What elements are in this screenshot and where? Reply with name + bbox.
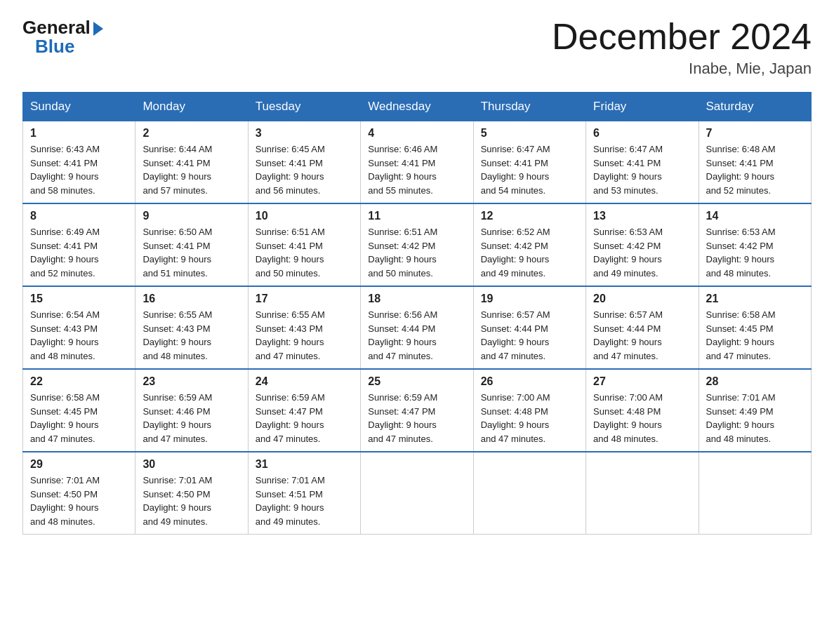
calendar-cell: 7 Sunrise: 6:48 AM Sunset: 4:41 PM Dayli…: [699, 121, 811, 204]
day-number: 21: [706, 293, 804, 305]
day-number: 18: [368, 293, 465, 305]
day-info: Sunrise: 6:58 AM Sunset: 4:45 PM Dayligh…: [706, 308, 804, 363]
calendar-cell: [361, 452, 473, 535]
day-info: Sunrise: 6:43 AM Sunset: 4:41 PM Dayligh…: [30, 142, 128, 197]
weekday-header-wednesday: Wednesday: [361, 93, 473, 121]
day-info: Sunrise: 6:53 AM Sunset: 4:42 PM Dayligh…: [706, 225, 804, 280]
calendar-cell: 5 Sunrise: 6:47 AM Sunset: 4:41 PM Dayli…: [473, 121, 585, 204]
calendar-cell: 25 Sunrise: 6:59 AM Sunset: 4:47 PM Dayl…: [361, 369, 473, 452]
day-info: Sunrise: 6:56 AM Sunset: 4:44 PM Dayligh…: [368, 308, 465, 363]
calendar-cell: 9 Sunrise: 6:50 AM Sunset: 4:41 PM Dayli…: [135, 203, 248, 286]
day-number: 2: [143, 127, 240, 140]
calendar-cell: 8 Sunrise: 6:49 AM Sunset: 4:41 PM Dayli…: [23, 203, 135, 286]
location-text: Inabe, Mie, Japan: [552, 60, 812, 78]
calendar-cell: 13 Sunrise: 6:53 AM Sunset: 4:42 PM Dayl…: [586, 203, 699, 286]
calendar-cell: 22 Sunrise: 6:58 AM Sunset: 4:45 PM Dayl…: [23, 369, 135, 452]
day-number: 3: [256, 127, 353, 140]
day-info: Sunrise: 6:55 AM Sunset: 4:43 PM Dayligh…: [256, 308, 353, 363]
weekday-header-friday: Friday: [586, 93, 699, 121]
title-section: December 2024 Inabe, Mie, Japan: [552, 17, 812, 78]
day-info: Sunrise: 6:51 AM Sunset: 4:41 PM Dayligh…: [256, 225, 353, 280]
calendar-cell: 20 Sunrise: 6:57 AM Sunset: 4:44 PM Dayl…: [586, 286, 699, 369]
day-info: Sunrise: 6:44 AM Sunset: 4:41 PM Dayligh…: [143, 142, 240, 197]
calendar-cell: 14 Sunrise: 6:53 AM Sunset: 4:42 PM Dayl…: [699, 203, 811, 286]
day-number: 17: [256, 293, 353, 305]
logo-arrow-icon: [93, 22, 103, 36]
calendar-cell: 18 Sunrise: 6:56 AM Sunset: 4:44 PM Dayl…: [361, 286, 473, 369]
day-info: Sunrise: 6:59 AM Sunset: 4:46 PM Dayligh…: [143, 391, 240, 445]
day-number: 10: [256, 210, 353, 222]
calendar-cell: [473, 452, 585, 535]
day-number: 13: [593, 210, 691, 222]
week-row-5: 29 Sunrise: 7:01 AM Sunset: 4:50 PM Dayl…: [23, 452, 812, 535]
day-number: 11: [368, 210, 465, 222]
day-info: Sunrise: 6:59 AM Sunset: 4:47 PM Dayligh…: [368, 391, 465, 445]
day-number: 23: [143, 375, 240, 388]
day-number: 28: [706, 375, 804, 388]
month-title: December 2024: [552, 17, 812, 57]
day-info: Sunrise: 7:01 AM Sunset: 4:51 PM Dayligh…: [256, 474, 353, 528]
day-info: Sunrise: 6:57 AM Sunset: 4:44 PM Dayligh…: [481, 308, 578, 363]
calendar-cell: 12 Sunrise: 6:52 AM Sunset: 4:42 PM Dayl…: [473, 203, 585, 286]
day-info: Sunrise: 6:57 AM Sunset: 4:44 PM Dayligh…: [593, 308, 691, 363]
week-row-1: 1 Sunrise: 6:43 AM Sunset: 4:41 PM Dayli…: [23, 121, 812, 204]
day-number: 27: [593, 375, 691, 388]
calendar-cell: [699, 452, 811, 535]
day-info: Sunrise: 7:01 AM Sunset: 4:49 PM Dayligh…: [706, 391, 804, 445]
calendar-cell: 24 Sunrise: 6:59 AM Sunset: 4:47 PM Dayl…: [248, 369, 360, 452]
day-number: 7: [706, 127, 804, 140]
calendar-cell: 17 Sunrise: 6:55 AM Sunset: 4:43 PM Dayl…: [248, 286, 360, 369]
day-info: Sunrise: 6:58 AM Sunset: 4:45 PM Dayligh…: [30, 391, 128, 445]
calendar-cell: 19 Sunrise: 6:57 AM Sunset: 4:44 PM Dayl…: [473, 286, 585, 369]
day-info: Sunrise: 6:48 AM Sunset: 4:41 PM Dayligh…: [706, 142, 804, 197]
day-number: 15: [30, 293, 128, 305]
calendar-cell: 3 Sunrise: 6:45 AM Sunset: 4:41 PM Dayli…: [248, 121, 360, 204]
day-number: 30: [143, 458, 240, 471]
day-info: Sunrise: 6:59 AM Sunset: 4:47 PM Dayligh…: [256, 391, 353, 445]
logo-blue-text: Blue: [35, 36, 74, 58]
day-info: Sunrise: 6:52 AM Sunset: 4:42 PM Dayligh…: [481, 225, 578, 280]
calendar-cell: 29 Sunrise: 7:01 AM Sunset: 4:50 PM Dayl…: [23, 452, 135, 535]
day-number: 12: [481, 210, 578, 222]
calendar-cell: 11 Sunrise: 6:51 AM Sunset: 4:42 PM Dayl…: [361, 203, 473, 286]
calendar-cell: 6 Sunrise: 6:47 AM Sunset: 4:41 PM Dayli…: [586, 121, 699, 204]
calendar-cell: 15 Sunrise: 6:54 AM Sunset: 4:43 PM Dayl…: [23, 286, 135, 369]
weekday-header-sunday: Sunday: [23, 93, 135, 121]
day-info: Sunrise: 6:49 AM Sunset: 4:41 PM Dayligh…: [30, 225, 128, 280]
calendar-table: SundayMondayTuesdayWednesdayThursdayFrid…: [22, 92, 812, 535]
day-info: Sunrise: 7:00 AM Sunset: 4:48 PM Dayligh…: [481, 391, 578, 445]
day-number: 24: [256, 375, 353, 388]
day-number: 8: [30, 210, 128, 222]
calendar-cell: 28 Sunrise: 7:01 AM Sunset: 4:49 PM Dayl…: [699, 369, 811, 452]
day-info: Sunrise: 6:45 AM Sunset: 4:41 PM Dayligh…: [256, 142, 353, 197]
day-number: 9: [143, 210, 240, 222]
weekday-header-saturday: Saturday: [699, 93, 811, 121]
day-number: 26: [481, 375, 578, 388]
day-number: 4: [368, 127, 465, 140]
calendar-cell: 27 Sunrise: 7:00 AM Sunset: 4:48 PM Dayl…: [586, 369, 699, 452]
calendar-cell: 1 Sunrise: 6:43 AM Sunset: 4:41 PM Dayli…: [23, 121, 135, 204]
calendar-cell: 10 Sunrise: 6:51 AM Sunset: 4:41 PM Dayl…: [248, 203, 360, 286]
day-info: Sunrise: 6:46 AM Sunset: 4:41 PM Dayligh…: [368, 142, 465, 197]
page-header: General Blue December 2024 Inabe, Mie, J…: [22, 17, 812, 78]
weekday-header-row: SundayMondayTuesdayWednesdayThursdayFrid…: [23, 93, 812, 121]
day-info: Sunrise: 6:47 AM Sunset: 4:41 PM Dayligh…: [481, 142, 578, 197]
day-number: 31: [256, 458, 353, 471]
week-row-3: 15 Sunrise: 6:54 AM Sunset: 4:43 PM Dayl…: [23, 286, 812, 369]
day-info: Sunrise: 7:01 AM Sunset: 4:50 PM Dayligh…: [30, 474, 128, 528]
day-number: 20: [593, 293, 691, 305]
day-info: Sunrise: 6:55 AM Sunset: 4:43 PM Dayligh…: [143, 308, 240, 363]
calendar-cell: 21 Sunrise: 6:58 AM Sunset: 4:45 PM Dayl…: [699, 286, 811, 369]
day-number: 22: [30, 375, 128, 388]
day-number: 29: [30, 458, 128, 471]
day-info: Sunrise: 6:47 AM Sunset: 4:41 PM Dayligh…: [593, 142, 691, 197]
day-number: 16: [143, 293, 240, 305]
day-info: Sunrise: 6:50 AM Sunset: 4:41 PM Dayligh…: [143, 225, 240, 280]
day-number: 1: [30, 127, 128, 140]
day-info: Sunrise: 6:53 AM Sunset: 4:42 PM Dayligh…: [593, 225, 691, 280]
calendar-cell: 16 Sunrise: 6:55 AM Sunset: 4:43 PM Dayl…: [135, 286, 248, 369]
calendar-cell: 23 Sunrise: 6:59 AM Sunset: 4:46 PM Dayl…: [135, 369, 248, 452]
day-number: 25: [368, 375, 465, 388]
week-row-2: 8 Sunrise: 6:49 AM Sunset: 4:41 PM Dayli…: [23, 203, 812, 286]
day-info: Sunrise: 7:00 AM Sunset: 4:48 PM Dayligh…: [593, 391, 691, 445]
